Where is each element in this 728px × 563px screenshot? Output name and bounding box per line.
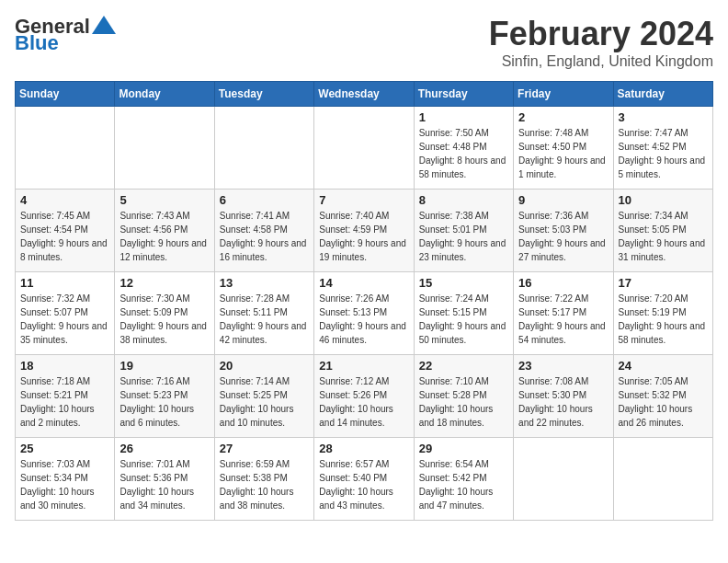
weekday-header-saturday: Saturday xyxy=(613,82,712,107)
location-title: Sinfin, England, United Kingdom xyxy=(489,53,713,70)
calendar-cell: 14Sunrise: 7:26 AM Sunset: 5:13 PM Dayli… xyxy=(314,272,414,355)
day-info: Sunrise: 6:59 AM Sunset: 5:38 PM Dayligh… xyxy=(220,457,309,512)
calendar-cell: 25Sunrise: 7:03 AM Sunset: 5:34 PM Dayli… xyxy=(16,438,115,521)
calendar-cell: 16Sunrise: 7:22 AM Sunset: 5:17 PM Dayli… xyxy=(514,272,613,355)
calendar-cell: 10Sunrise: 7:34 AM Sunset: 5:05 PM Dayli… xyxy=(613,190,712,272)
day-number: 9 xyxy=(518,193,608,207)
svg-marker-0 xyxy=(92,16,116,34)
day-info: Sunrise: 6:57 AM Sunset: 5:40 PM Dayligh… xyxy=(319,457,408,512)
day-info: Sunrise: 7:03 AM Sunset: 5:34 PM Dayligh… xyxy=(20,457,109,512)
day-info: Sunrise: 7:28 AM Sunset: 5:11 PM Dayligh… xyxy=(220,292,309,347)
calendar-cell xyxy=(613,438,712,521)
calendar-cell: 4Sunrise: 7:45 AM Sunset: 4:54 PM Daylig… xyxy=(16,190,115,272)
weekday-header-thursday: Thursday xyxy=(414,82,513,107)
day-number: 4 xyxy=(20,193,109,207)
calendar-cell: 23Sunrise: 7:08 AM Sunset: 5:30 PM Dayli… xyxy=(514,355,613,438)
calendar-cell: 7Sunrise: 7:40 AM Sunset: 4:59 PM Daylig… xyxy=(314,190,414,272)
day-number: 23 xyxy=(518,359,608,373)
day-info: Sunrise: 7:32 AM Sunset: 5:07 PM Dayligh… xyxy=(20,292,109,347)
day-info: Sunrise: 7:05 AM Sunset: 5:32 PM Dayligh… xyxy=(619,374,708,430)
day-number: 24 xyxy=(619,359,708,373)
day-number: 13 xyxy=(220,276,309,290)
day-number: 16 xyxy=(518,276,608,290)
calendar-cell: 8Sunrise: 7:38 AM Sunset: 5:01 PM Daylig… xyxy=(414,190,513,272)
day-info: Sunrise: 7:16 AM Sunset: 5:23 PM Dayligh… xyxy=(119,374,209,430)
calendar-cell: 11Sunrise: 7:32 AM Sunset: 5:07 PM Dayli… xyxy=(16,272,115,355)
day-number: 21 xyxy=(319,359,408,373)
calendar-cell: 20Sunrise: 7:14 AM Sunset: 5:25 PM Dayli… xyxy=(214,355,313,438)
calendar-cell: 17Sunrise: 7:20 AM Sunset: 5:19 PM Dayli… xyxy=(613,272,712,355)
day-number: 5 xyxy=(119,193,209,207)
calendar-cell: 2Sunrise: 7:48 AM Sunset: 4:50 PM Daylig… xyxy=(514,107,613,190)
calendar-week-3: 11Sunrise: 7:32 AM Sunset: 5:07 PM Dayli… xyxy=(16,272,713,355)
calendar-cell: 28Sunrise: 6:57 AM Sunset: 5:40 PM Dayli… xyxy=(314,438,414,521)
calendar-cell xyxy=(16,107,115,190)
weekday-header-monday: Monday xyxy=(115,82,214,107)
logo-blue: Blue xyxy=(15,31,59,55)
day-info: Sunrise: 7:48 AM Sunset: 4:50 PM Dayligh… xyxy=(518,126,608,181)
calendar-cell xyxy=(214,107,313,190)
day-info: Sunrise: 7:50 AM Sunset: 4:48 PM Dayligh… xyxy=(419,126,508,181)
calendar-week-1: 1Sunrise: 7:50 AM Sunset: 4:48 PM Daylig… xyxy=(16,107,713,190)
day-info: Sunrise: 6:54 AM Sunset: 5:42 PM Dayligh… xyxy=(419,457,508,512)
day-info: Sunrise: 7:24 AM Sunset: 5:15 PM Dayligh… xyxy=(419,292,508,347)
calendar-cell: 13Sunrise: 7:28 AM Sunset: 5:11 PM Dayli… xyxy=(214,272,313,355)
calendar-cell: 6Sunrise: 7:41 AM Sunset: 4:58 PM Daylig… xyxy=(214,190,313,272)
day-info: Sunrise: 7:12 AM Sunset: 5:26 PM Dayligh… xyxy=(319,374,408,430)
day-info: Sunrise: 7:08 AM Sunset: 5:30 PM Dayligh… xyxy=(518,374,608,430)
calendar-cell: 21Sunrise: 7:12 AM Sunset: 5:26 PM Dayli… xyxy=(314,355,414,438)
day-info: Sunrise: 7:10 AM Sunset: 5:28 PM Dayligh… xyxy=(419,374,508,430)
day-info: Sunrise: 7:01 AM Sunset: 5:36 PM Dayligh… xyxy=(119,457,209,512)
day-info: Sunrise: 7:18 AM Sunset: 5:21 PM Dayligh… xyxy=(20,374,109,430)
title-area: February 2024 Sinfin, England, United Ki… xyxy=(489,15,713,70)
calendar-cell: 3Sunrise: 7:47 AM Sunset: 4:52 PM Daylig… xyxy=(613,107,712,190)
day-info: Sunrise: 7:40 AM Sunset: 4:59 PM Dayligh… xyxy=(319,209,408,264)
calendar-week-2: 4Sunrise: 7:45 AM Sunset: 4:54 PM Daylig… xyxy=(16,190,713,272)
calendar-cell: 15Sunrise: 7:24 AM Sunset: 5:15 PM Dayli… xyxy=(414,272,513,355)
calendar-cell: 9Sunrise: 7:36 AM Sunset: 5:03 PM Daylig… xyxy=(514,190,613,272)
weekday-header-friday: Friday xyxy=(514,82,613,107)
calendar-cell xyxy=(514,438,613,521)
page-header: General Blue February 2024 Sinfin, Engla… xyxy=(15,15,713,70)
day-number: 18 xyxy=(20,359,109,373)
day-number: 27 xyxy=(220,442,309,455)
day-number: 19 xyxy=(119,359,209,373)
calendar-cell xyxy=(314,107,414,190)
weekday-header-tuesday: Tuesday xyxy=(214,82,313,107)
day-number: 28 xyxy=(319,442,408,455)
logo-icon xyxy=(92,16,116,34)
calendar-cell xyxy=(115,107,214,190)
day-number: 17 xyxy=(619,276,708,290)
day-info: Sunrise: 7:47 AM Sunset: 4:52 PM Dayligh… xyxy=(619,126,708,181)
day-number: 15 xyxy=(419,276,508,290)
day-number: 12 xyxy=(119,276,209,290)
calendar-week-4: 18Sunrise: 7:18 AM Sunset: 5:21 PM Dayli… xyxy=(16,355,713,438)
calendar-cell: 22Sunrise: 7:10 AM Sunset: 5:28 PM Dayli… xyxy=(414,355,513,438)
day-number: 3 xyxy=(619,110,708,124)
calendar-cell: 26Sunrise: 7:01 AM Sunset: 5:36 PM Dayli… xyxy=(115,438,214,521)
calendar-cell: 19Sunrise: 7:16 AM Sunset: 5:23 PM Dayli… xyxy=(115,355,214,438)
day-info: Sunrise: 7:14 AM Sunset: 5:25 PM Dayligh… xyxy=(220,374,309,430)
day-info: Sunrise: 7:38 AM Sunset: 5:01 PM Dayligh… xyxy=(419,209,508,264)
day-number: 26 xyxy=(119,442,209,455)
day-info: Sunrise: 7:34 AM Sunset: 5:05 PM Dayligh… xyxy=(619,209,708,264)
day-info: Sunrise: 7:36 AM Sunset: 5:03 PM Dayligh… xyxy=(518,209,608,264)
calendar-cell: 27Sunrise: 6:59 AM Sunset: 5:38 PM Dayli… xyxy=(214,438,313,521)
day-number: 2 xyxy=(518,110,608,124)
day-number: 25 xyxy=(20,442,109,455)
day-number: 10 xyxy=(619,193,708,207)
calendar-week-5: 25Sunrise: 7:03 AM Sunset: 5:34 PM Dayli… xyxy=(16,438,713,521)
day-number: 6 xyxy=(220,193,309,207)
day-number: 11 xyxy=(20,276,109,290)
day-info: Sunrise: 7:22 AM Sunset: 5:17 PM Dayligh… xyxy=(518,292,608,347)
calendar-cell: 1Sunrise: 7:50 AM Sunset: 4:48 PM Daylig… xyxy=(414,107,513,190)
day-number: 8 xyxy=(419,193,508,207)
calendar-cell: 12Sunrise: 7:30 AM Sunset: 5:09 PM Dayli… xyxy=(115,272,214,355)
day-info: Sunrise: 7:20 AM Sunset: 5:19 PM Dayligh… xyxy=(619,292,708,347)
weekday-header-sunday: Sunday xyxy=(16,82,115,107)
day-number: 22 xyxy=(419,359,508,373)
day-info: Sunrise: 7:30 AM Sunset: 5:09 PM Dayligh… xyxy=(119,292,209,347)
day-info: Sunrise: 7:41 AM Sunset: 4:58 PM Dayligh… xyxy=(220,209,309,264)
day-info: Sunrise: 7:26 AM Sunset: 5:13 PM Dayligh… xyxy=(319,292,408,347)
month-title: February 2024 xyxy=(489,15,713,53)
